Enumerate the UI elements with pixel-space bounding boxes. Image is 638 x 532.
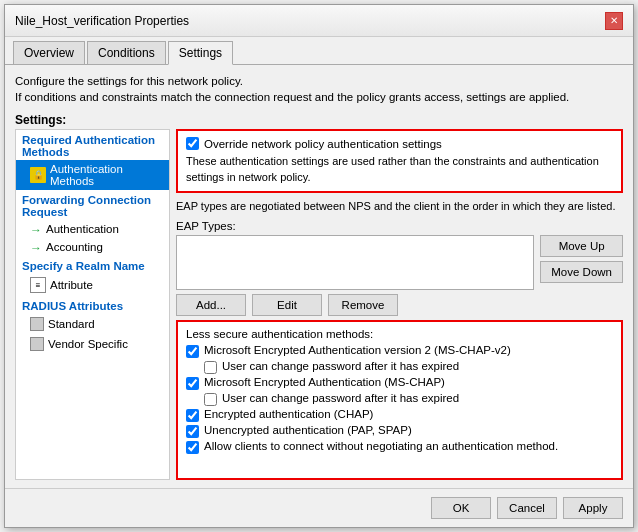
- tabs-container: Overview Conditions Settings: [5, 37, 633, 65]
- override-label[interactable]: Override network policy authentication s…: [204, 138, 442, 150]
- close-button[interactable]: ✕: [605, 12, 623, 30]
- checkbox-mschapv2-sub[interactable]: [204, 361, 217, 374]
- sidebar-item-authentication[interactable]: Authentication: [16, 220, 169, 238]
- apply-button[interactable]: Apply: [563, 497, 623, 519]
- arrow-icon-acct: [30, 241, 42, 253]
- check-icon-vendor: [30, 337, 44, 351]
- cb-chap: Encrypted authentication (CHAP): [186, 408, 613, 422]
- footer: OK Cancel Apply: [5, 488, 633, 527]
- label-mschap: Microsoft Encrypted Authentication (MS-C…: [204, 376, 445, 388]
- main-pane: Required Authentication Methods 🔒 Authen…: [15, 129, 623, 480]
- network-icon-attr: ≡: [30, 277, 46, 293]
- content-area: Configure the settings for this network …: [5, 65, 633, 488]
- eap-list[interactable]: [176, 235, 534, 290]
- sidebar-item-standard[interactable]: Standard: [16, 314, 169, 334]
- sidebar-item-auth-methods[interactable]: 🔒 Authentication Methods: [16, 160, 169, 190]
- eap-row: Move Up Move Down: [176, 235, 623, 290]
- cb-mschap-sub: User can change password after it has ex…: [186, 392, 613, 406]
- label-chap: Encrypted authentication (CHAP): [204, 408, 373, 420]
- checkbox-chap[interactable]: [186, 409, 199, 422]
- sidebar-section-radius[interactable]: RADIUS Attributes: [16, 296, 169, 314]
- sidebar-section-required-auth[interactable]: Required Authentication Methods: [16, 130, 169, 160]
- override-description: These authentication settings are used r…: [186, 154, 613, 185]
- edit-button[interactable]: Edit: [252, 294, 322, 316]
- checkbox-mschapv2[interactable]: [186, 345, 199, 358]
- properties-window: Nile_Host_verification Properties ✕ Over…: [4, 4, 634, 528]
- less-secure-header: Less secure authentication methods:: [186, 328, 613, 340]
- sidebar-section-forwarding[interactable]: Forwarding Connection Request: [16, 190, 169, 220]
- checkbox-no-auth[interactable]: [186, 441, 199, 454]
- sidebar-item-vendor-specific[interactable]: Vendor Specific: [16, 334, 169, 354]
- cancel-button[interactable]: Cancel: [497, 497, 557, 519]
- tab-settings[interactable]: Settings: [168, 41, 233, 65]
- sidebar-item-attribute[interactable]: ≡ Attribute: [16, 274, 169, 296]
- desc-line1: Configure the settings for this network …: [15, 73, 623, 89]
- cb-mschapv2-sub: User can change password after it has ex…: [186, 360, 613, 374]
- settings-label: Settings:: [15, 113, 623, 127]
- sidebar-item-accounting[interactable]: Accounting: [16, 238, 169, 256]
- checkbox-pap[interactable]: [186, 425, 199, 438]
- desc-line2: If conditions and constraints match the …: [15, 89, 623, 105]
- label-no-auth: Allow clients to connect without negotia…: [204, 440, 558, 452]
- cb-no-auth: Allow clients to connect without negotia…: [186, 440, 613, 454]
- override-section: Override network policy authentication s…: [176, 129, 623, 193]
- label-mschapv2: Microsoft Encrypted Authentication versi…: [204, 344, 511, 356]
- less-secure-section: Less secure authentication methods: Micr…: [176, 320, 623, 480]
- title-bar: Nile_Host_verification Properties ✕: [5, 5, 633, 37]
- eap-types-label: EAP Types:: [176, 220, 623, 232]
- check-icon-standard: [30, 317, 44, 331]
- description-block: Configure the settings for this network …: [15, 73, 623, 105]
- label-mschap-sub: User can change password after it has ex…: [222, 392, 459, 404]
- eap-buttons: Move Up Move Down: [540, 235, 623, 290]
- right-panel: Override network policy authentication s…: [176, 129, 623, 480]
- label-mschapv2-sub: User can change password after it has ex…: [222, 360, 459, 372]
- cb-mschap: Microsoft Encrypted Authentication (MS-C…: [186, 376, 613, 390]
- add-button[interactable]: Add...: [176, 294, 246, 316]
- override-checkbox[interactable]: [186, 137, 199, 150]
- tab-overview[interactable]: Overview: [13, 41, 85, 64]
- lock-icon: 🔒: [30, 167, 46, 183]
- checkbox-mschap-sub[interactable]: [204, 393, 217, 406]
- override-checkbox-row: Override network policy authentication s…: [186, 137, 613, 150]
- sidebar: Required Authentication Methods 🔒 Authen…: [15, 129, 170, 480]
- label-pap: Unencrypted authentication (PAP, SPAP): [204, 424, 412, 436]
- tab-conditions[interactable]: Conditions: [87, 41, 166, 64]
- eap-info: EAP types are negotiated between NPS and…: [176, 199, 623, 214]
- cb-pap: Unencrypted authentication (PAP, SPAP): [186, 424, 613, 438]
- move-down-button[interactable]: Move Down: [540, 261, 623, 283]
- window-title: Nile_Host_verification Properties: [15, 14, 189, 28]
- sidebar-section-realm[interactable]: Specify a Realm Name: [16, 256, 169, 274]
- arrow-icon-auth: [30, 223, 42, 235]
- remove-button[interactable]: Remove: [328, 294, 398, 316]
- cb-mschapv2: Microsoft Encrypted Authentication versi…: [186, 344, 613, 358]
- move-up-button[interactable]: Move Up: [540, 235, 623, 257]
- add-edit-row: Add... Edit Remove: [176, 294, 623, 316]
- ok-button[interactable]: OK: [431, 497, 491, 519]
- checkbox-mschap[interactable]: [186, 377, 199, 390]
